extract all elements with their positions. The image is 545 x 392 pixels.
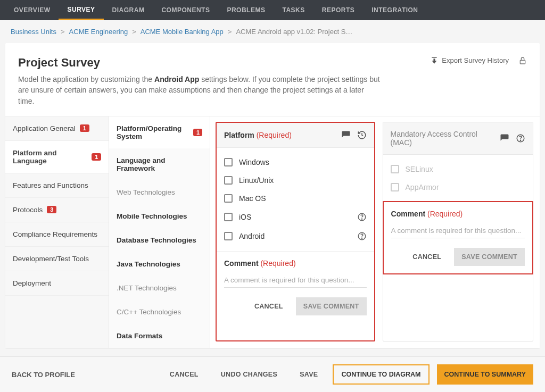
subcategory-language-framework[interactable]: Language and Framework <box>109 148 210 180</box>
checkbox-icon <box>391 165 399 173</box>
panel-platform: Platform (Required) <box>216 122 375 341</box>
question-panels: Platform (Required) <box>210 116 540 348</box>
back-to-profile-button[interactable]: BACK TO PROFILE <box>12 371 75 379</box>
svg-point-2 <box>361 219 362 219</box>
subcategory-database-tech[interactable]: Database Technologies <box>109 228 210 252</box>
panel-title: Mandatory Access Control (MAC) <box>391 130 500 147</box>
badge: 1 <box>92 153 101 161</box>
main-card: Project Survey Model the application by … <box>5 43 540 348</box>
comment-label: Comment (Required) <box>224 259 367 268</box>
breadcrumb-link[interactable]: ACME Mobile Banking App <box>141 28 224 36</box>
help-icon[interactable] <box>516 134 525 143</box>
tab-components[interactable]: COMPONENTS <box>153 0 218 20</box>
subcategory-mobile-tech[interactable]: Mobile Technologies <box>109 204 210 228</box>
option-windows[interactable]: Windows <box>224 153 367 171</box>
subcategory-nav: Platform/Operating System 1 Language and… <box>109 116 210 348</box>
tab-reports[interactable]: REPORTS <box>313 0 364 20</box>
comment-icon[interactable] <box>500 134 509 143</box>
subcategory-data-formats[interactable]: Data Formats <box>109 324 210 348</box>
option-ios[interactable]: iOS <box>224 207 367 227</box>
comment-label: Comment (Required) <box>391 210 525 218</box>
checkbox-icon[interactable] <box>224 213 233 221</box>
footer-bar: BACK TO PROFILE CANCEL UNDO CHANGES SAVE… <box>0 356 545 392</box>
export-history-button[interactable]: Export Survey History <box>430 56 509 64</box>
panel-title: Platform (Required) <box>224 131 292 139</box>
save-comment-button[interactable]: SAVE COMMENT <box>296 297 367 315</box>
category-devtest-tools[interactable]: Development/Test Tools <box>5 247 109 271</box>
subcategory-java-tech[interactable]: Java Technologies <box>109 252 210 276</box>
category-nav: Application General 1 Platform and Langu… <box>5 116 109 348</box>
checkbox-icon[interactable] <box>224 158 233 166</box>
history-icon[interactable] <box>357 130 367 140</box>
help-icon[interactable] <box>357 212 367 222</box>
option-android[interactable]: Android <box>224 227 367 246</box>
lock-icon[interactable] <box>518 56 527 65</box>
option-selinux: SELinux <box>391 160 525 178</box>
save-comment-button[interactable]: SAVE COMMENT <box>454 248 525 266</box>
checkbox-icon[interactable] <box>224 232 233 240</box>
svg-point-6 <box>520 140 521 140</box>
footer-undo-button[interactable]: UNDO CHANGES <box>213 365 285 383</box>
comment-icon[interactable] <box>341 130 351 140</box>
category-deployment[interactable]: Deployment <box>5 271 109 296</box>
badge: 1 <box>80 124 89 132</box>
download-icon <box>430 56 439 64</box>
checkbox-icon <box>391 183 399 191</box>
cancel-comment-button[interactable]: CANCEL <box>405 248 449 266</box>
cancel-comment-button[interactable]: CANCEL <box>247 297 291 315</box>
subcategory-dotnet-tech[interactable]: .NET Technologies <box>109 276 210 300</box>
breadcrumb-link[interactable]: ACME Engineering <box>69 28 128 36</box>
tab-overview[interactable]: OVERVIEW <box>5 0 59 20</box>
page-description: Model the application by customizing the… <box>18 74 380 106</box>
svg-point-4 <box>361 238 362 238</box>
panel-mac: Mandatory Access Control (MAC) SELinux <box>383 122 533 341</box>
tab-integration[interactable]: INTEGRATION <box>363 0 426 20</box>
option-apparmor: AppArmor <box>391 178 525 196</box>
subcategory-platform-os[interactable]: Platform/Operating System 1 <box>109 116 210 148</box>
help-icon[interactable] <box>357 231 367 241</box>
category-protocols[interactable]: Protocols 3 <box>5 198 109 222</box>
category-features-functions[interactable]: Features and Functions <box>5 173 109 198</box>
continue-diagram-button[interactable]: CONTINUE TO DIAGRAM <box>333 364 429 385</box>
comment-input[interactable] <box>391 223 525 238</box>
tab-problems[interactable]: PROBLEMS <box>218 0 274 20</box>
tab-diagram[interactable]: DIAGRAM <box>104 0 153 20</box>
breadcrumb-link[interactable]: Business Units <box>11 28 56 36</box>
page-title: Project Survey <box>18 56 380 70</box>
tab-tasks[interactable]: TASKS <box>274 0 313 20</box>
checkbox-icon[interactable] <box>224 194 233 203</box>
option-macos[interactable]: Mac OS <box>224 189 367 207</box>
footer-save-button[interactable]: SAVE <box>292 365 325 383</box>
comment-input[interactable] <box>224 273 367 288</box>
subcategory-web-tech[interactable]: Web Technologies <box>109 180 210 204</box>
continue-summary-button[interactable]: CONTINUE TO SUMMARY <box>437 364 533 385</box>
category-application-general[interactable]: Application General 1 <box>5 116 109 141</box>
footer-cancel-button[interactable]: CANCEL <box>162 365 206 383</box>
subcategory-cpp-tech[interactable]: C/C++ Technologies <box>109 300 210 324</box>
breadcrumb: Business Units > ACME Engineering > ACME… <box>0 20 545 43</box>
category-platform-language[interactable]: Platform and Language 1 <box>5 141 109 173</box>
option-linux[interactable]: Linux/Unix <box>224 171 367 189</box>
checkbox-icon[interactable] <box>224 176 233 185</box>
top-nav: OVERVIEW SURVEY DIAGRAM COMPONENTS PROBL… <box>0 0 545 20</box>
tab-survey[interactable]: SURVEY <box>59 0 103 20</box>
breadcrumb-current: ACME Android app v1.02: Project S… <box>236 28 352 36</box>
badge: 1 <box>193 129 202 136</box>
category-compliance[interactable]: Compliance Requirements <box>5 222 109 247</box>
svg-rect-0 <box>520 60 525 64</box>
badge: 3 <box>47 206 56 213</box>
